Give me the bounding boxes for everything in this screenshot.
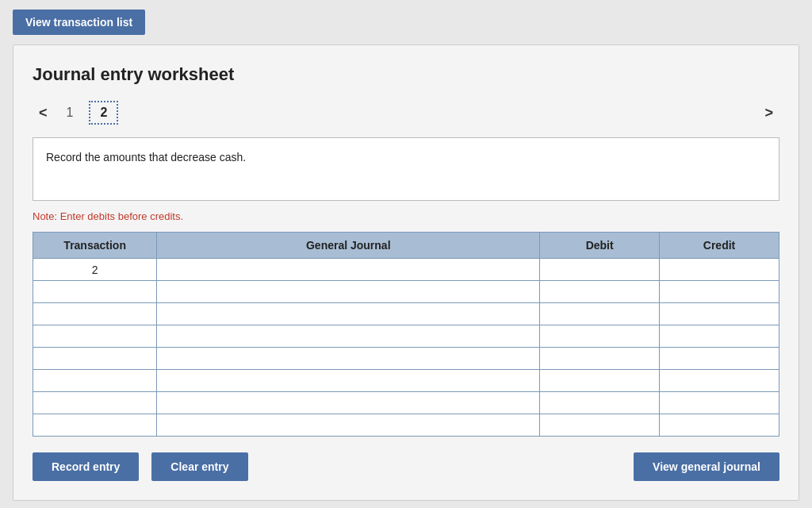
table-row xyxy=(33,392,779,414)
debit-cell-6[interactable] xyxy=(540,370,660,392)
col-header-transaction: Transaction xyxy=(33,233,157,259)
credit-input-7[interactable] xyxy=(660,392,779,414)
pagination-next[interactable]: > xyxy=(758,102,779,125)
credit-input-1[interactable] xyxy=(660,259,779,280)
col-header-credit: Credit xyxy=(660,233,779,259)
general-journal-input-2[interactable] xyxy=(157,281,539,302)
pagination-prev[interactable]: < xyxy=(33,102,54,125)
credit-cell-1[interactable] xyxy=(660,259,779,281)
transaction-cell-4 xyxy=(33,325,157,348)
view-general-journal-button[interactable]: View general journal xyxy=(634,452,779,481)
general-journal-cell-7[interactable] xyxy=(157,392,540,414)
credit-input-2[interactable] xyxy=(660,281,779,302)
transaction-cell-6 xyxy=(33,370,157,392)
credit-input-6[interactable] xyxy=(660,370,779,391)
debit-input-8[interactable] xyxy=(540,414,659,436)
general-journal-cell-4[interactable] xyxy=(157,325,540,348)
record-entry-button[interactable]: Record entry xyxy=(33,452,139,481)
credit-input-3[interactable] xyxy=(660,303,779,325)
view-transaction-button[interactable]: View transaction list xyxy=(13,10,145,35)
debit-cell-5[interactable] xyxy=(540,348,660,370)
debit-input-6[interactable] xyxy=(540,370,659,391)
journal-table: Transaction General Journal Debit Credit… xyxy=(33,232,779,437)
debit-input-3[interactable] xyxy=(540,303,659,325)
table-row xyxy=(33,348,779,370)
general-journal-input-8[interactable] xyxy=(157,414,539,436)
table-row xyxy=(33,325,779,348)
general-journal-input-6[interactable] xyxy=(157,370,539,391)
debit-input-5[interactable] xyxy=(540,348,659,369)
pagination-page-1[interactable]: 1 xyxy=(57,102,83,123)
debit-input-7[interactable] xyxy=(540,392,659,414)
general-journal-input-4[interactable] xyxy=(157,325,539,347)
transaction-cell-5 xyxy=(33,348,157,370)
general-journal-input-7[interactable] xyxy=(157,392,539,414)
col-header-debit: Debit xyxy=(540,233,660,259)
transaction-cell: 2 xyxy=(33,259,157,281)
debit-cell-2[interactable] xyxy=(540,281,660,303)
credit-cell-4[interactable] xyxy=(660,325,779,348)
transaction-cell-8 xyxy=(33,414,157,437)
debit-cell-1[interactable] xyxy=(540,259,660,281)
buttons-row: Record entry Clear entry View general jo… xyxy=(33,452,779,481)
col-header-general-journal: General Journal xyxy=(157,233,540,259)
clear-entry-button[interactable]: Clear entry xyxy=(151,452,247,481)
general-journal-cell-3[interactable] xyxy=(157,303,540,325)
general-journal-cell-5[interactable] xyxy=(157,348,540,370)
main-container: Journal entry worksheet < 1 2 > Record t… xyxy=(13,44,799,501)
transaction-cell-2 xyxy=(33,281,157,303)
debit-cell-4[interactable] xyxy=(540,325,660,348)
general-journal-cell-8[interactable] xyxy=(157,414,540,437)
instruction-box: Record the amounts that decrease cash. xyxy=(33,137,779,201)
debit-input-2[interactable] xyxy=(540,281,659,302)
credit-input-5[interactable] xyxy=(660,348,779,369)
general-journal-input-1[interactable] xyxy=(157,259,539,280)
note-text: Note: Enter debits before credits. xyxy=(33,210,779,222)
credit-cell-6[interactable] xyxy=(660,370,779,392)
credit-cell-3[interactable] xyxy=(660,303,779,325)
credit-input-4[interactable] xyxy=(660,325,779,347)
credit-cell-7[interactable] xyxy=(660,392,779,414)
credit-cell-8[interactable] xyxy=(660,414,779,437)
debit-cell-3[interactable] xyxy=(540,303,660,325)
pagination-page-2[interactable]: 2 xyxy=(89,101,118,125)
instruction-text: Record the amounts that decrease cash. xyxy=(46,151,246,164)
top-bar: View transaction list xyxy=(0,0,812,44)
debit-cell-8[interactable] xyxy=(540,414,660,437)
worksheet-title: Journal entry worksheet xyxy=(33,64,779,85)
credit-cell-2[interactable] xyxy=(660,281,779,303)
debit-input-1[interactable] xyxy=(540,259,659,280)
table-row: 2 xyxy=(33,259,779,281)
general-journal-cell-1[interactable] xyxy=(157,259,540,281)
transaction-cell-3 xyxy=(33,303,157,325)
table-row xyxy=(33,303,779,325)
transaction-cell-7 xyxy=(33,392,157,414)
general-journal-cell-6[interactable] xyxy=(157,370,540,392)
credit-cell-5[interactable] xyxy=(660,348,779,370)
debit-input-4[interactable] xyxy=(540,325,659,347)
pagination: < 1 2 > xyxy=(33,101,779,125)
debit-cell-7[interactable] xyxy=(540,392,660,414)
table-row xyxy=(33,281,779,303)
table-row xyxy=(33,370,779,392)
general-journal-input-5[interactable] xyxy=(157,348,539,369)
general-journal-input-3[interactable] xyxy=(157,303,539,325)
credit-input-8[interactable] xyxy=(660,414,779,436)
general-journal-cell-2[interactable] xyxy=(157,281,540,303)
table-row xyxy=(33,414,779,437)
